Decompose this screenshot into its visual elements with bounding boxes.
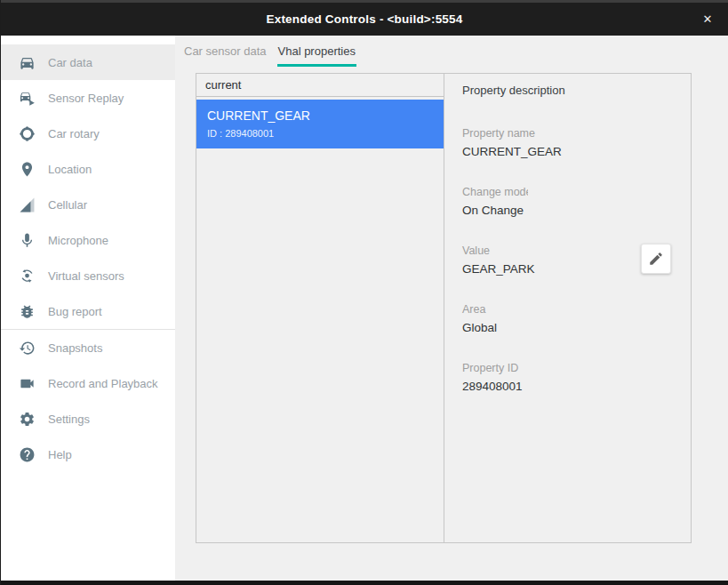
field-value: GEAR_PARK bbox=[462, 262, 535, 276]
tab-bar: Car sensor data Vhal properties bbox=[175, 36, 728, 67]
sidebar-item-microphone[interactable]: Microphone bbox=[1, 222, 175, 258]
field-label: Change mode bbox=[462, 186, 528, 198]
sidebar-item-car-data[interactable]: Car data bbox=[1, 44, 175, 80]
car-icon bbox=[19, 54, 36, 71]
property-item-id: ID : 289408001 bbox=[207, 128, 433, 139]
field-label: Value bbox=[462, 244, 535, 257]
property-list: CURRENT_GEAR ID : 289408001 bbox=[196, 97, 444, 148]
sidebar-item-settings[interactable]: Settings bbox=[1, 401, 175, 437]
edit-pencil-icon bbox=[648, 251, 664, 267]
field-label: Area bbox=[462, 303, 673, 316]
sidebar-item-snapshots[interactable]: Snapshots bbox=[1, 330, 175, 365]
field-change-mode: Change mode On Change bbox=[462, 186, 673, 217]
main-content: Car sensor data Vhal properties CURRENT_… bbox=[175, 36, 728, 581]
microphone-icon bbox=[19, 232, 36, 249]
sensor-replay-icon bbox=[19, 90, 36, 107]
field-value: CURRENT_GEAR bbox=[462, 145, 673, 158]
property-list-panel: CURRENT_GEAR ID : 289408001 bbox=[196, 74, 444, 542]
sidebar-item-label: Record and Playback bbox=[48, 377, 158, 390]
field-value: 289408001 bbox=[462, 380, 673, 393]
vhal-panel: CURRENT_GEAR ID : 289408001 Property des… bbox=[196, 73, 692, 543]
virtual-sensors-icon bbox=[19, 268, 36, 284]
window-bottom-edge bbox=[1, 581, 728, 585]
cellular-signal-icon bbox=[19, 196, 36, 213]
property-item-name: CURRENT_GEAR bbox=[207, 108, 433, 123]
property-details-panel: Property description Property name CURRE… bbox=[444, 74, 691, 542]
sidebar-item-bug-report[interactable]: Bug report bbox=[1, 293, 175, 329]
details-header: Property description bbox=[462, 84, 673, 97]
sidebar-item-label: Cellular bbox=[48, 198, 87, 212]
close-icon[interactable]: ✕ bbox=[694, 3, 721, 36]
window-title: Extended Controls - <build>:5554 bbox=[267, 12, 463, 26]
titlebar[interactable]: Extended Controls - <build>:5554 ✕ bbox=[1, 0, 728, 36]
sidebar-item-label: Sensor Replay bbox=[48, 92, 124, 105]
sidebar-item-label: Microphone bbox=[48, 234, 108, 247]
history-icon bbox=[19, 340, 36, 357]
sidebar-item-help[interactable]: Help bbox=[1, 437, 175, 472]
vhal-filter-input[interactable] bbox=[196, 74, 444, 97]
tab-car-sensor-data[interactable]: Car sensor data bbox=[183, 43, 268, 67]
sidebar: Car data Sensor Replay Car rotary Locati… bbox=[1, 36, 175, 581]
sidebar-item-label: Car data bbox=[48, 56, 92, 69]
field-label: Property ID bbox=[462, 362, 673, 374]
field-area: Area Global bbox=[462, 303, 673, 334]
help-icon bbox=[19, 446, 36, 463]
sidebar-item-car-rotary[interactable]: Car rotary bbox=[1, 116, 175, 151]
edit-value-button[interactable] bbox=[641, 244, 671, 274]
car-rotary-icon bbox=[19, 125, 36, 142]
tab-vhal-properties[interactable]: Vhal properties bbox=[277, 43, 356, 67]
sidebar-item-label: Bug report bbox=[48, 305, 102, 318]
extended-controls-window: Extended Controls - <build>:5554 ✕ Car d… bbox=[0, 0, 728, 585]
field-property-name: Property name CURRENT_GEAR bbox=[462, 127, 673, 158]
field-label: Property name bbox=[462, 127, 673, 140]
location-pin-icon bbox=[19, 161, 36, 178]
sidebar-item-label: Snapshots bbox=[48, 341, 102, 355]
sidebar-item-virtual-sensors[interactable]: Virtual sensors bbox=[1, 258, 175, 293]
property-list-item-current-gear[interactable]: CURRENT_GEAR ID : 289408001 bbox=[196, 100, 444, 148]
sidebar-item-record-playback[interactable]: Record and Playback bbox=[1, 365, 175, 401]
sidebar-item-label: Car rotary bbox=[48, 127, 100, 140]
gear-icon bbox=[19, 411, 36, 428]
sidebar-item-label: Help bbox=[48, 448, 72, 461]
field-value-group: Value GEAR_PARK bbox=[462, 244, 673, 276]
bug-icon bbox=[19, 303, 36, 320]
sidebar-item-location[interactable]: Location bbox=[1, 151, 175, 187]
sidebar-item-label: Virtual sensors bbox=[48, 269, 124, 283]
sidebar-item-label: Location bbox=[48, 163, 92, 176]
videocam-icon bbox=[19, 375, 36, 392]
sidebar-item-label: Settings bbox=[48, 413, 90, 426]
field-value: On Change bbox=[462, 204, 673, 217]
sidebar-item-cellular[interactable]: Cellular bbox=[1, 187, 175, 222]
field-property-id: Property ID 289408001 bbox=[462, 362, 673, 393]
field-value: Global bbox=[462, 321, 673, 334]
sidebar-item-sensor-replay[interactable]: Sensor Replay bbox=[1, 80, 175, 116]
